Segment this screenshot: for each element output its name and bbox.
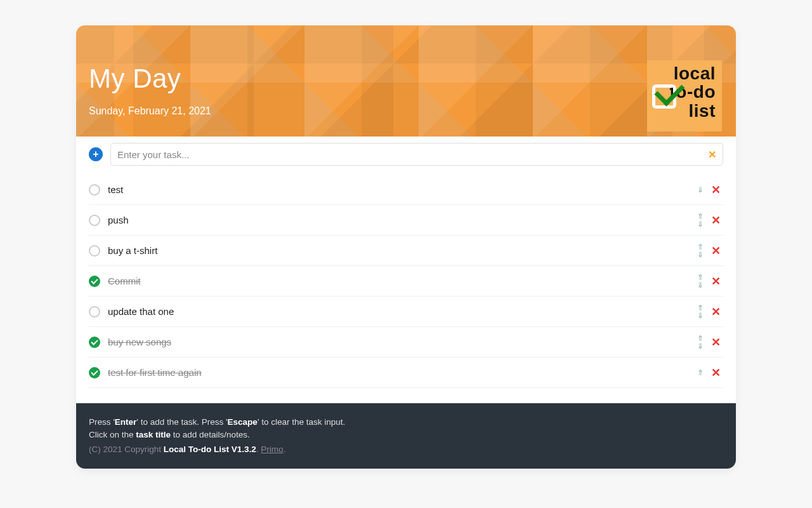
- app-card: My Day Sunday, February 21, 2021 local t…: [76, 25, 736, 469]
- add-task-icon[interactable]: +: [89, 147, 103, 161]
- task-row: buy a t-shirt⇑⇓✕: [89, 236, 723, 266]
- task-title[interactable]: buy new songs: [108, 337, 171, 347]
- move-down-icon[interactable]: ⇓: [696, 342, 705, 350]
- task-checkbox[interactable]: [89, 337, 100, 348]
- delete-task-icon[interactable]: ✕: [709, 244, 723, 258]
- task-title[interactable]: Commit: [108, 276, 141, 286]
- task-title[interactable]: push: [108, 215, 129, 225]
- task-row: push⇑⇓✕: [89, 205, 723, 236]
- input-row: + ✕: [76, 137, 736, 172]
- reorder-arrows: ⇑⇓: [696, 304, 705, 319]
- move-down-icon[interactable]: ⇓: [696, 186, 705, 194]
- task-input[interactable]: [117, 149, 708, 160]
- delete-task-icon[interactable]: ✕: [709, 335, 723, 349]
- move-up-icon[interactable]: ⇑: [696, 369, 705, 377]
- task-checkbox[interactable]: [89, 215, 100, 226]
- footer-author-link[interactable]: Primo: [261, 444, 283, 454]
- header: My Day Sunday, February 21, 2021 local t…: [76, 25, 736, 137]
- move-down-icon[interactable]: ⇓: [696, 251, 705, 258]
- task-checkbox[interactable]: [89, 367, 100, 378]
- task-input-wrap: ✕: [110, 143, 723, 166]
- task-title[interactable]: test: [108, 184, 123, 195]
- task-checkbox[interactable]: [89, 245, 100, 257]
- task-list: test⇓✕push⇑⇓✕buy a t-shirt⇑⇓✕Commit⇑⇓✕up…: [76, 172, 736, 403]
- task-title[interactable]: update that one: [108, 306, 174, 317]
- task-row: update that one⇑⇓✕: [89, 297, 723, 327]
- logo-line1: local: [653, 64, 716, 83]
- delete-task-icon[interactable]: ✕: [709, 305, 723, 319]
- task-row: Commit⇑⇓✕: [89, 266, 723, 297]
- delete-task-icon[interactable]: ✕: [709, 366, 723, 380]
- reorder-arrows: ⇑⇓: [696, 243, 705, 258]
- move-up-icon[interactable]: ⇑: [696, 304, 705, 312]
- move-up-icon[interactable]: ⇑: [696, 274, 705, 281]
- reorder-arrows: ⇓: [696, 186, 705, 194]
- footer-copyright: (C) 2021 Copyright Local To-do List V1.3…: [89, 443, 723, 456]
- task-row: test for first time again⇑✕: [89, 358, 723, 388]
- task-row: test⇓✕: [89, 175, 723, 205]
- task-title[interactable]: test for first time again: [108, 367, 202, 378]
- move-up-icon[interactable]: ⇑: [696, 243, 705, 251]
- task-checkbox[interactable]: [89, 184, 100, 196]
- move-down-icon[interactable]: ⇓: [696, 281, 705, 289]
- task-title[interactable]: buy a t-shirt: [108, 245, 157, 256]
- logo-check-icon: [652, 84, 676, 109]
- reorder-arrows: ⇑: [696, 369, 705, 377]
- reorder-arrows: ⇑⇓: [696, 213, 705, 228]
- move-down-icon[interactable]: ⇓: [696, 312, 705, 319]
- task-checkbox[interactable]: [89, 276, 100, 287]
- delete-task-icon[interactable]: ✕: [709, 274, 723, 288]
- move-down-icon[interactable]: ⇓: [696, 220, 705, 228]
- delete-task-icon[interactable]: ✕: [709, 213, 723, 227]
- reorder-arrows: ⇑⇓: [696, 335, 705, 350]
- clear-input-icon[interactable]: ✕: [708, 149, 716, 161]
- task-checkbox[interactable]: [89, 306, 100, 318]
- footer: Press 'Enter' to add the task. Press 'Es…: [76, 403, 736, 469]
- header-date: Sunday, February 21, 2021: [89, 105, 723, 117]
- reorder-arrows: ⇑⇓: [696, 274, 705, 289]
- footer-help-2: Click on the task title to add details/n…: [89, 429, 723, 441]
- app-logo: local to-do list: [647, 60, 722, 131]
- task-row: buy new songs⇑⇓✕: [89, 327, 723, 358]
- page-title: My Day: [89, 64, 723, 94]
- move-up-icon[interactable]: ⇑: [696, 335, 705, 342]
- move-up-icon[interactable]: ⇑: [696, 213, 705, 220]
- footer-help-1: Press 'Enter' to add the task. Press 'Es…: [89, 416, 723, 429]
- delete-task-icon[interactable]: ✕: [709, 183, 723, 197]
